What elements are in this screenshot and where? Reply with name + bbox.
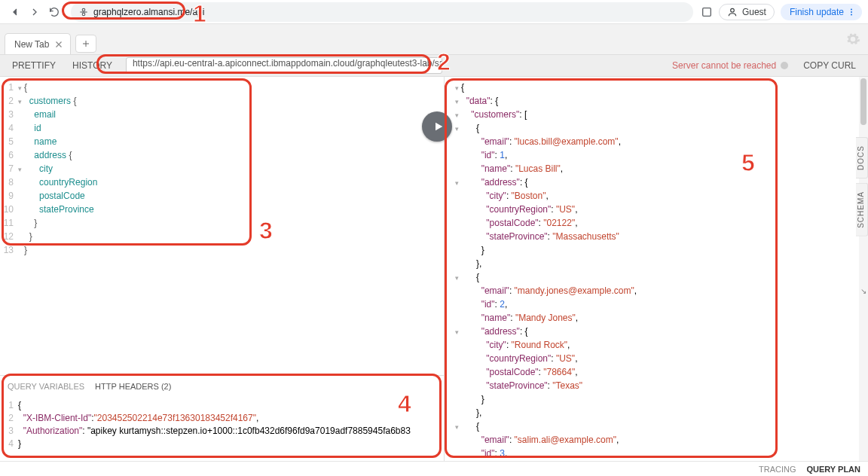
history-button[interactable]: HISTORY xyxy=(65,56,120,75)
svg-point-4 xyxy=(851,8,852,10)
url-text: graphqlzero.almansi.me/api xyxy=(93,7,204,17)
variables-header: QUERY VARIABLES HTTP HEADERS (2) xyxy=(0,375,444,396)
browser-toolbar: graphqlzero.almansi.me/api Guest Finish … xyxy=(0,0,868,24)
svg-point-3 xyxy=(731,8,735,12)
tab-query-plan[interactable]: QUERY PLAN xyxy=(806,465,860,474)
reload-button[interactable] xyxy=(45,3,63,21)
kebab-icon xyxy=(847,8,856,17)
schema-tab[interactable]: SCHEMA xyxy=(856,183,868,236)
svg-rect-2 xyxy=(703,8,711,16)
footer-tabs: TRACING QUERY PLAN xyxy=(0,461,868,476)
status-dot-icon xyxy=(781,62,788,69)
forward-button[interactable] xyxy=(26,3,44,21)
guest-label: Guest xyxy=(742,7,766,17)
add-tab-button[interactable] xyxy=(75,35,96,53)
tab-http-headers[interactable]: HTTP HEADERS (2) xyxy=(95,382,171,391)
address-bar[interactable]: graphqlzero.almansi.me/api xyxy=(71,2,693,22)
site-info-icon xyxy=(78,7,89,17)
svg-point-5 xyxy=(851,11,852,13)
prettify-button[interactable]: PRETTIFY xyxy=(5,56,63,75)
profile-button[interactable]: Guest xyxy=(719,4,775,20)
extensions-icon[interactable] xyxy=(701,6,713,18)
svg-point-0 xyxy=(82,8,85,11)
execute-button[interactable] xyxy=(422,111,452,142)
editor-tabs: New Tab xyxy=(0,24,868,54)
svg-point-1 xyxy=(82,13,85,16)
headers-editor[interactable]: 1{2 "X-IBM-Client-Id":"203452502214e73f1… xyxy=(0,396,444,461)
play-icon xyxy=(432,121,445,133)
back-button[interactable] xyxy=(6,3,24,21)
tab-query-variables[interactable]: QUERY VARIABLES xyxy=(8,382,84,391)
tab-tracing[interactable]: TRACING xyxy=(759,465,796,474)
playground-toolbar: PRETTIFY HISTORY https://api.eu-central-… xyxy=(0,54,868,77)
resize-handle-icon[interactable]: ↘ xyxy=(860,287,866,295)
close-icon[interactable] xyxy=(53,39,64,50)
result-viewer[interactable]: ▾{ ▾ "data": { ▾ "customers": [ ▾ { "ema… xyxy=(445,77,857,461)
plus-icon xyxy=(81,39,90,48)
endpoint-input[interactable]: https://api.eu-central-a.apiconnect.ibma… xyxy=(126,57,442,74)
result-scrollbar[interactable] xyxy=(859,77,868,461)
docs-tab[interactable]: DOCS xyxy=(856,137,868,178)
tab-label: New Tab xyxy=(14,39,49,50)
tab-new[interactable]: New Tab xyxy=(5,33,71,54)
server-status: Server cannot be reached xyxy=(672,60,788,71)
copy-curl-button[interactable]: COPY CURL xyxy=(796,56,863,75)
query-editor[interactable]: 1▾{2▾ customers {3 email4 id5 name6 addr… xyxy=(0,77,444,375)
svg-point-6 xyxy=(851,14,852,15)
status-text: Server cannot be reached xyxy=(672,60,776,71)
finish-update-button[interactable]: Finish update xyxy=(781,4,862,20)
settings-gear-icon[interactable] xyxy=(845,32,860,47)
finish-update-label: Finish update xyxy=(790,7,844,17)
user-icon xyxy=(727,7,738,17)
scrollbar-thumb[interactable] xyxy=(860,78,866,125)
